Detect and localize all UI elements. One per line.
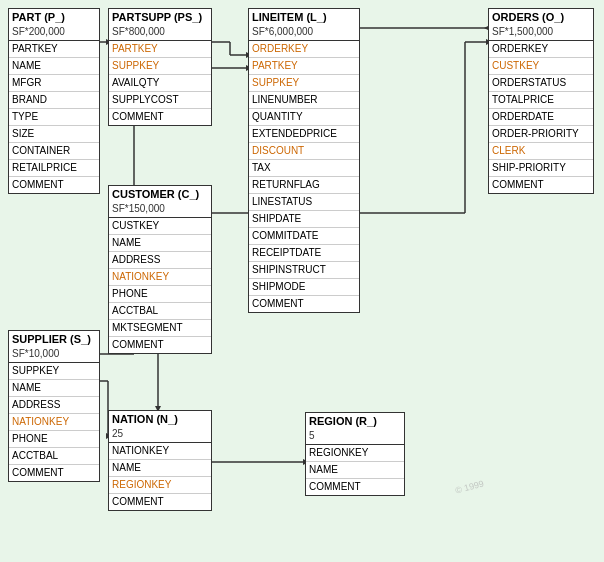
table-row: NAME <box>9 380 99 397</box>
orders-table: ORDERS (O_) SF*1,500,000 ORDERKEY CUSTKE… <box>488 8 594 194</box>
table-row: QUANTITY <box>249 109 359 126</box>
table-row: TOTALPRICE <box>489 92 593 109</box>
table-row: NAME <box>9 58 99 75</box>
table-row: CONTAINER <box>9 143 99 160</box>
region-table: REGION (R_) 5 REGIONKEY NAME COMMENT <box>305 412 405 496</box>
table-row: NATIONKEY <box>109 443 211 460</box>
table-row: RETAILPRICE <box>9 160 99 177</box>
table-row: SHIPMODE <box>249 279 359 296</box>
table-row: PHONE <box>109 286 211 303</box>
table-row: EXTENDEDPRICE <box>249 126 359 143</box>
table-row: COMMENT <box>109 109 211 125</box>
table-row: ORDERKEY <box>489 41 593 58</box>
table-row: REGIONKEY <box>109 477 211 494</box>
table-row: AVAILQTY <box>109 75 211 92</box>
table-row: SHIPINSTRUCT <box>249 262 359 279</box>
table-row: SUPPLYCOST <box>109 92 211 109</box>
customer-table-header: CUSTOMER (C_) SF*150,000 <box>109 186 211 218</box>
table-row: ORDERDATE <box>489 109 593 126</box>
table-row: NATIONKEY <box>109 269 211 286</box>
table-row: DISCOUNT <box>249 143 359 160</box>
lineitem-table: LINEITEM (L_) SF*6,000,000 ORDERKEY PART… <box>248 8 360 313</box>
table-row: CLERK <box>489 143 593 160</box>
table-row: ORDERKEY <box>249 41 359 58</box>
table-row: SHIPDATE <box>249 211 359 228</box>
table-row: LINESTATUS <box>249 194 359 211</box>
table-row: CUSTKEY <box>489 58 593 75</box>
table-row: MKTSEGMENT <box>109 320 211 337</box>
table-row: NAME <box>306 462 404 479</box>
part-table-header: PART (P_) SF*200,000 <box>9 9 99 41</box>
table-row: ADDRESS <box>109 252 211 269</box>
table-row: ACCTBAL <box>109 303 211 320</box>
supplier-table: SUPPLIER (S_) SF*10,000 SUPPKEY NAME ADD… <box>8 330 100 482</box>
region-table-header: REGION (R_) 5 <box>306 413 404 445</box>
table-row: PARTKEY <box>9 41 99 58</box>
table-row: MFGR <box>9 75 99 92</box>
table-row: SUPPKEY <box>249 75 359 92</box>
er-diagram: PART (P_) SF*200,000 PARTKEY NAME MFGR B… <box>0 0 604 562</box>
orders-table-header: ORDERS (O_) SF*1,500,000 <box>489 9 593 41</box>
watermark: © 1999 <box>454 478 485 495</box>
table-row: NAME <box>109 460 211 477</box>
table-row: PHONE <box>9 431 99 448</box>
table-row: CUSTKEY <box>109 218 211 235</box>
table-row: REGIONKEY <box>306 445 404 462</box>
table-row: COMMENT <box>109 494 211 510</box>
table-row: SUPPKEY <box>9 363 99 380</box>
partsupp-table-header: PARTSUPP (PS_) SF*800,000 <box>109 9 211 41</box>
table-row: LINENUMBER <box>249 92 359 109</box>
table-row: COMMENT <box>306 479 404 495</box>
nation-table: NATION (N_) 25 NATIONKEY NAME REGIONKEY … <box>108 410 212 511</box>
table-row: TYPE <box>9 109 99 126</box>
table-row: NAME <box>109 235 211 252</box>
supplier-table-header: SUPPLIER (S_) SF*10,000 <box>9 331 99 363</box>
table-row: PARTKEY <box>249 58 359 75</box>
table-row: SHIP-PRIORITY <box>489 160 593 177</box>
table-row: BRAND <box>9 92 99 109</box>
table-row: RECEIPTDATE <box>249 245 359 262</box>
table-row: COMMENT <box>249 296 359 312</box>
table-row: TAX <box>249 160 359 177</box>
table-row: PARTKEY <box>109 41 211 58</box>
table-row: NATIONKEY <box>9 414 99 431</box>
lineitem-table-header: LINEITEM (L_) SF*6,000,000 <box>249 9 359 41</box>
table-row: COMMITDATE <box>249 228 359 245</box>
table-row: COMMENT <box>9 177 99 193</box>
customer-table: CUSTOMER (C_) SF*150,000 CUSTKEY NAME AD… <box>108 185 212 354</box>
table-row: COMMENT <box>9 465 99 481</box>
table-row: SIZE <box>9 126 99 143</box>
table-row: ADDRESS <box>9 397 99 414</box>
table-row: ACCTBAL <box>9 448 99 465</box>
table-row: COMMENT <box>109 337 211 353</box>
table-row: COMMENT <box>489 177 593 193</box>
table-row: RETURNFLAG <box>249 177 359 194</box>
partsupp-table: PARTSUPP (PS_) SF*800,000 PARTKEY SUPPKE… <box>108 8 212 126</box>
table-row: ORDER-PRIORITY <box>489 126 593 143</box>
table-row: ORDERSTATUS <box>489 75 593 92</box>
nation-table-header: NATION (N_) 25 <box>109 411 211 443</box>
table-row: SUPPKEY <box>109 58 211 75</box>
part-table: PART (P_) SF*200,000 PARTKEY NAME MFGR B… <box>8 8 100 194</box>
